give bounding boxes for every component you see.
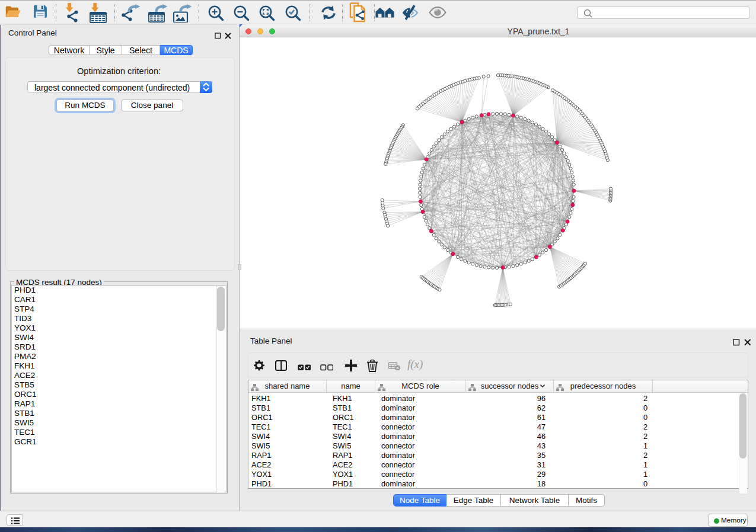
- svg-text:f(x): f(x): [407, 359, 423, 371]
